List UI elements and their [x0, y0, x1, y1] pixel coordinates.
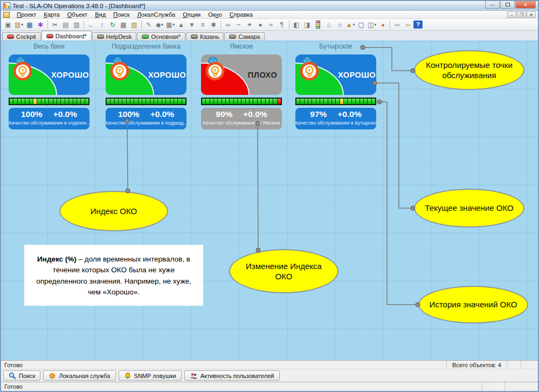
toolbar-open-project-icon[interactable]: ▨▾ — [13, 19, 24, 30]
toolbar-help-icon[interactable]: ? — [413, 20, 423, 29]
tab-osnovnaya[interactable]: Основная* — [137, 32, 185, 40]
toolbar-panel-left-icon[interactable]: ◧ — [291, 19, 302, 30]
toolbar-save-icon[interactable]: ▦ — [24, 19, 35, 30]
widget-values: 100%+0.0% — [9, 109, 89, 119]
widget-value-box[interactable]: 100%+0.0%Качество обслуживания в отделен… — [9, 108, 89, 129]
toolbar-alarms-icon[interactable]: ▲▾ — [345, 19, 356, 30]
menu-item-3[interactable]: Вид — [91, 11, 109, 18]
widget-status-card[interactable]: ПЛОХО — [201, 54, 282, 95]
mdi-close-button[interactable]: ✕ — [527, 11, 536, 18]
menu-item-1[interactable]: Карта — [40, 11, 63, 18]
widget-value-box[interactable]: 90%+0.0%Качество обслуживания в Ямском — [201, 108, 282, 129]
bar-segment — [222, 99, 225, 104]
tab-helpdesk[interactable]: HelpDesk — [92, 32, 137, 40]
toolbar-up-icon[interactable]: ↑ — [96, 19, 107, 30]
toolbar-node-icon[interactable]: ● — [255, 19, 266, 30]
widget-value-box[interactable]: 100%+0.0%Качество обслуживания в подразд… — [106, 108, 186, 129]
callout-change[interactable]: Изменение Индекса ОКО — [229, 249, 338, 293]
bar-segment — [130, 99, 134, 104]
taskbar-snmp-traps-button[interactable]: SNMP ловушки — [119, 370, 182, 381]
close-button[interactable]: ✕ — [515, 1, 536, 9]
menu-item-8[interactable]: Справка — [226, 11, 257, 18]
index-history-bar[interactable] — [9, 98, 89, 105]
toolbar-group-objects-icon[interactable]: ≡ — [197, 19, 208, 30]
toolbar-view-settings-icon[interactable]: ▩ — [118, 19, 129, 30]
toolbar-pin-object-icon[interactable]: ✱ — [208, 19, 219, 30]
menu-item-4[interactable]: Поиск — [109, 11, 133, 18]
menu-item-6[interactable]: Опции — [179, 11, 204, 18]
tab-dashboard[interactable]: Dashboard* — [42, 31, 92, 40]
callout-current[interactable]: Текущее значение ОКО — [414, 189, 524, 228]
toolbar-comment-icon[interactable]: ¶ — [277, 19, 287, 30]
tab-samara[interactable]: Самара — [224, 32, 265, 40]
widget-state-label: ХОРОШО — [340, 54, 374, 95]
status-objects-count: Всего объектов: 4 — [446, 361, 507, 369]
bar-segment — [250, 99, 253, 104]
toolbar-chart-icon[interactable]: ≈ — [266, 19, 277, 30]
toolbar-bring-front-icon[interactable]: ▲ — [176, 19, 186, 30]
toolbar-export-icon[interactable]: ⇨ — [392, 19, 403, 30]
toolbar-traffic-light-icon[interactable] — [313, 19, 323, 30]
note-box[interactable]: Индекс (%) – доля временных интервалов, … — [24, 245, 203, 306]
toolbar-reports-icon[interactable]: ◕ — [377, 19, 388, 30]
taskbar-button-label: Поиск — [19, 373, 35, 379]
toolbar-draw-object-icon[interactable]: ✎ — [143, 19, 154, 30]
dashboard-canvas[interactable]: Весь банкХОРОШО100%+0.0%Качество обслужи… — [1, 40, 538, 360]
tab-kazan[interactable]: Казань — [186, 32, 224, 40]
toolbar-new-map-icon[interactable]: ▣ — [3, 19, 13, 30]
minimize-button[interactable]: — — [485, 1, 500, 9]
toolbar-send-back-icon[interactable]: ▼ — [186, 19, 197, 30]
maximize-button[interactable] — [500, 1, 515, 9]
toolbar-window-view-icon[interactable]: ▢ — [356, 19, 367, 30]
menu-item-7[interactable]: Окно — [204, 11, 226, 18]
toolbar-add-object-icon[interactable]: ◆▾ — [154, 19, 165, 30]
mdi-minimize-button[interactable]: – — [507, 11, 516, 18]
widget-status-card[interactable]: ХОРОШО — [106, 54, 186, 95]
callout-label: Текущее значение ОКО — [425, 203, 513, 214]
widget-value-box[interactable]: 97%+0.0%Качество обслуживания в Бутырско… — [295, 108, 376, 129]
taskbar-search-button[interactable]: Поиск — [3, 370, 40, 381]
widget-ves-bank[interactable]: Весь банкХОРОШО100%+0.0%Качество обслужи… — [9, 43, 89, 129]
widget-butyrskoe[interactable]: БутырскоеХОРОШО97%+0.0%Качество обслужив… — [295, 43, 376, 129]
widget-yamskoe[interactable]: ЯмскоеПЛОХО90%+0.0%Качество обслуживания… — [201, 43, 282, 129]
callout-history[interactable]: История значений ОКО — [418, 286, 528, 324]
toolbar-magnifier-icon[interactable]: ○ — [334, 19, 345, 30]
toolbar-import-icon[interactable]: ⇦ — [403, 19, 413, 30]
toolbar-layout-icon[interactable]: ◫▾ — [367, 19, 377, 30]
toolbar-panel-bottom-icon[interactable]: ◨ — [302, 19, 313, 30]
toolbar-snapshot-icon[interactable]: ▧ — [129, 19, 140, 30]
widget-podrazdeleniya-banka[interactable]: Подразделения банкаХОРОШО100%+0.0%Качест… — [106, 43, 186, 129]
note-term: Индекс (%) — [37, 255, 77, 263]
toolbar-home-icon[interactable]: ⌂ — [323, 19, 334, 30]
toolbar-link-icon[interactable]: ∞ — [223, 19, 233, 30]
widget-state-label: ПЛОХО — [245, 54, 280, 95]
mdi-restore-button[interactable]: ❐ — [517, 11, 526, 18]
toolbar-back-icon[interactable]: ← — [86, 19, 96, 30]
toolbar-wizard-icon[interactable]: ✱ — [35, 19, 46, 30]
tab-cockpit[interactable]: Cockpit — [2, 32, 41, 40]
toolbar-copy-icon[interactable]: ▤ — [60, 19, 71, 30]
toolbar-paste-icon[interactable]: ▥ — [71, 19, 82, 30]
widget-status-card[interactable]: ХОРОШО — [9, 54, 89, 95]
taskbar-user-activity-button[interactable]: Активность пользователей — [184, 370, 280, 381]
window-title: Test - SLA-ON Operations 3.48.0 - [Dashb… — [12, 3, 483, 9]
menu-item-5[interactable]: ЛокалСлужба — [134, 11, 179, 18]
bar-segment — [139, 99, 142, 104]
callout-points[interactable]: Контролируемые точки обслуживания — [414, 50, 524, 90]
toolbar-cut-icon[interactable]: ✂ — [50, 19, 60, 30]
index-history-bar[interactable] — [106, 98, 186, 105]
toolbar-connector-icon[interactable]: ~ — [233, 19, 244, 30]
widget-title: Подразделения банка — [106, 43, 186, 51]
toolbar-refresh-icon[interactable]: ↻ — [107, 19, 118, 30]
menu-item-0[interactable]: Проект — [13, 11, 40, 18]
index-history-bar[interactable] — [201, 98, 282, 105]
tab-status-led-green — [142, 35, 149, 39]
taskbar-local-service-button[interactable]: Локальная служба — [43, 370, 115, 381]
callout-index[interactable]: Индекс ОКО — [59, 191, 168, 231]
index-history-bar[interactable] — [295, 98, 376, 105]
toolbar-align-objects-icon[interactable]: ▦▾ — [165, 19, 176, 30]
toolbar-key-icon[interactable]: ✦ — [244, 19, 255, 30]
widget-status-card[interactable]: ХОРОШО — [295, 54, 376, 95]
menu-item-2[interactable]: Объект — [64, 11, 91, 18]
bar-segment — [37, 99, 40, 104]
